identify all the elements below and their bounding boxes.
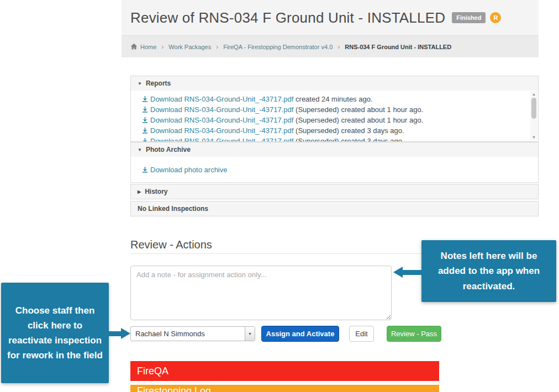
reports-panel-header[interactable]: ▼ Reports <box>130 76 539 91</box>
arrow-left-icon <box>393 267 421 278</box>
report-item: Download RNS-034-Ground-Unit_-43717.pdf … <box>142 115 525 125</box>
caret-right-icon: ▶ <box>138 189 141 194</box>
report-item: Download RNS-034-Ground-Unit_-43717.pdf … <box>142 125 525 136</box>
report-link-label: Download RNS-034-Ground-Unit_-43717.pdf <box>150 95 293 103</box>
staff-callout: Choose staff then click here to reactiva… <box>1 283 109 383</box>
review-pass-button[interactable]: Review - Pass <box>387 326 441 342</box>
chevron-separator-icon: › <box>216 43 218 51</box>
history-panel-title: History <box>145 188 167 195</box>
arrow-tail <box>109 331 121 336</box>
scroll-up-icon[interactable]: ▲ <box>530 91 537 97</box>
download-icon <box>142 138 148 142</box>
breadcrumb: Home › Work Packages › FireQA - Firestop… <box>122 35 539 57</box>
report-download-link[interactable]: Download RNS-034-Ground-Unit_-43717.pdf <box>142 137 293 142</box>
page-title: Review of RNS-034 F Ground Unit - INSTAL… <box>130 9 445 27</box>
reports-scrollbar[interactable]: ▲ ▼ <box>530 91 537 140</box>
photo-archive-download-link[interactable]: Download photo archive <box>142 166 227 174</box>
page: Review of RNS-034 F Ground Unit - INSTAL… <box>0 0 559 392</box>
fireqa-section-bar[interactable]: FireQA <box>130 361 439 381</box>
home-icon <box>130 43 138 50</box>
photo-archive-panel-body: Download photo archive <box>130 157 539 183</box>
report-item: Download RNS-034-Ground-Unit_-43717.pdf … <box>142 104 525 115</box>
report-download-link[interactable]: Download RNS-034-Ground-Unit_-43717.pdf <box>142 105 293 114</box>
photo-archive-link-label: Download photo archive <box>150 166 227 174</box>
scroll-down-icon[interactable]: ▼ <box>530 134 537 140</box>
report-meta: created 24 minutes ago. <box>293 95 372 103</box>
report-meta: (Superseded) created 3 days ago. <box>293 137 404 142</box>
breadcrumb-home-link[interactable]: Home <box>130 43 156 50</box>
no-linked-inspections-label: No Linked Inspections <box>138 205 208 213</box>
reports-list: Download RNS-034-Ground-Unit_-43717.pdf … <box>131 91 538 142</box>
scrollbar-thumb[interactable] <box>531 98 536 119</box>
org-badge: R <box>490 12 501 23</box>
reports-panel-body: Download RNS-034-Ground-Unit_-43717.pdf … <box>130 91 539 142</box>
download-icon <box>142 107 148 113</box>
report-meta: (Superseded) created 3 days ago. <box>293 126 404 135</box>
firestopping-log-section-label: Firestopping Log <box>137 385 211 392</box>
page-header: Review of RNS-034 F Ground Unit - INSTAL… <box>122 0 539 35</box>
edit-button[interactable]: Edit <box>349 326 374 342</box>
assign-and-activate-button[interactable]: Assign and Activate <box>261 326 339 342</box>
download-icon <box>142 128 148 134</box>
arrow-head <box>393 267 403 278</box>
chevron-separator-icon: › <box>337 43 340 51</box>
history-panel-header[interactable]: ▶ History <box>130 184 539 199</box>
report-meta: (Superseded) created about 1 hour ago. <box>293 116 423 124</box>
photo-archive-panel-title: Photo Archive <box>146 146 191 153</box>
report-download-link[interactable]: Download RNS-034-Ground-Unit_-43717.pdf <box>142 116 293 124</box>
caret-down-icon: ▼ <box>138 81 142 86</box>
report-download-link[interactable]: Download RNS-034-Ground-Unit_-43717.pdf <box>142 95 293 103</box>
report-link-label: Download RNS-034-Ground-Unit_-43717.pdf <box>150 126 293 135</box>
select-caret-icon[interactable]: ▼ <box>245 327 255 341</box>
arrow-head <box>121 328 130 339</box>
report-item: Download RNS-034-Ground-Unit_-43717.pdf … <box>142 136 525 142</box>
staff-select-value: Rachael N Simmonds <box>131 330 245 338</box>
breadcrumb-current: RNS-034 F Ground Unit - INSTALLED <box>345 44 451 50</box>
report-meta: (Superseded) created about 1 hour ago. <box>293 105 423 114</box>
note-input[interactable] <box>130 266 392 320</box>
staff-select[interactable]: Rachael N Simmonds ▼ <box>130 326 255 341</box>
report-item: Download RNS-034-Ground-Unit_-43717.pdf … <box>142 94 525 104</box>
report-link-label: Download RNS-034-Ground-Unit_-43717.pdf <box>150 116 293 124</box>
arrow-right-icon <box>109 328 130 339</box>
download-icon <box>142 96 148 102</box>
firestopping-log-section-bar[interactable]: Firestopping Log <box>130 385 439 392</box>
review-actions-title: Review - Actions <box>130 239 212 251</box>
status-badge: Finished <box>452 12 486 23</box>
download-icon <box>142 167 148 173</box>
download-icon <box>142 117 148 123</box>
breadcrumb-home-label: Home <box>140 44 156 50</box>
photo-archive-panel-header[interactable]: ▼ Photo Archive <box>130 142 539 157</box>
arrow-tail <box>403 270 421 275</box>
no-linked-inspections-bar: No Linked Inspections <box>130 201 539 216</box>
chevron-separator-icon: › <box>161 43 164 51</box>
breadcrumb-work-packages-link[interactable]: Work Packages <box>168 44 211 50</box>
breadcrumb-project-link[interactable]: FireQA - Firestopping Demonstrator v4.0 <box>223 44 333 50</box>
note-callout: Notes left here will be added to the app… <box>421 240 556 302</box>
reports-panel-title: Reports <box>146 80 171 87</box>
report-link-label: Download RNS-034-Ground-Unit_-43717.pdf <box>150 137 293 142</box>
fireqa-section-label: FireQA <box>137 365 168 377</box>
report-link-label: Download RNS-034-Ground-Unit_-43717.pdf <box>150 105 293 114</box>
report-download-link[interactable]: Download RNS-034-Ground-Unit_-43717.pdf <box>142 126 293 135</box>
caret-down-icon: ▼ <box>138 147 142 152</box>
